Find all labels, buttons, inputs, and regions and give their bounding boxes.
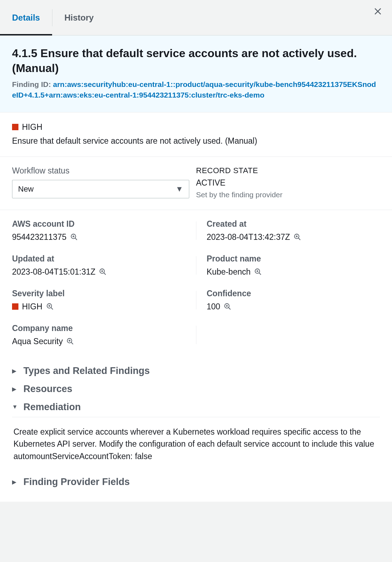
- field-product-name: Product name Kube-bench: [196, 254, 380, 289]
- field-value: 2023-08-04T13:42:37Z: [207, 232, 290, 242]
- caret-down-icon: ▼: [12, 404, 18, 410]
- severity-indicator-icon: [12, 124, 18, 130]
- finding-title: 4.1.5 Ensure that default service accoun…: [12, 46, 380, 76]
- filter-icon[interactable]: [70, 233, 78, 241]
- remediation-text: Create explicit service accounts whereve…: [12, 426, 380, 470]
- field-value: HIGH: [22, 302, 43, 312]
- expander-title: Resources: [23, 384, 72, 395]
- field-label: Created at: [207, 219, 380, 229]
- field-label: Product name: [207, 254, 380, 264]
- filter-icon[interactable]: [254, 268, 262, 276]
- expander-provider-fields: ▶ Finding Provider Fields: [12, 473, 380, 491]
- expander-toggle[interactable]: ▶ Resources: [12, 384, 380, 395]
- severity-level: HIGH: [22, 122, 43, 132]
- record-state-heading: RECORD STATE: [196, 166, 380, 175]
- field-empty: [196, 324, 380, 358]
- fields-block: AWS account ID 954423211375 Created at 2…: [0, 210, 392, 362]
- field-value: 100: [207, 302, 220, 312]
- workflow-status-label: Workflow status: [12, 166, 196, 176]
- tab-bar: Details History: [0, 0, 392, 35]
- field-aws-account-id: AWS account ID 954423211375: [12, 219, 196, 254]
- field-label: Company name: [12, 324, 196, 333]
- workflow-status-select[interactable]: New ▼: [12, 180, 189, 198]
- filter-icon[interactable]: [224, 303, 231, 310]
- caret-right-icon: ▶: [12, 479, 18, 485]
- severity-indicator-icon: [12, 303, 18, 310]
- expander-resources: ▶ Resources: [12, 380, 380, 398]
- finding-id-link[interactable]: arn:aws:securityhub:eu-central-1::produc…: [12, 80, 376, 99]
- expander-title: Finding Provider Fields: [23, 476, 130, 487]
- close-button[interactable]: [373, 6, 383, 18]
- expander-toggle[interactable]: ▶ Finding Provider Fields: [12, 476, 380, 487]
- finding-header: 4.1.5 Ensure that default service accoun…: [0, 35, 392, 112]
- field-label: Severity label: [12, 289, 196, 298]
- expander-title: Remediation: [23, 402, 81, 413]
- tab-history[interactable]: History: [52, 0, 106, 35]
- expanders: ▶ Types and Related Findings ▶ Resources…: [0, 362, 392, 502]
- finding-id-line: Finding ID: arn:aws:securityhub:eu-centr…: [12, 79, 380, 100]
- record-state-sub: Set by the finding provider: [196, 191, 380, 199]
- caret-right-icon: ▶: [12, 368, 18, 374]
- severity-summary: HIGH Ensure that default service account…: [0, 112, 392, 157]
- filter-icon[interactable]: [293, 233, 301, 241]
- field-label: AWS account ID: [12, 219, 196, 229]
- field-company-name: Company name Aqua Security: [12, 324, 196, 358]
- field-confidence: Confidence 100: [196, 289, 380, 324]
- expander-types: ▶ Types and Related Findings: [12, 362, 380, 380]
- finding-id-label: Finding ID:: [12, 80, 53, 88]
- field-created-at: Created at 2023-08-04T13:42:37Z: [196, 219, 380, 254]
- status-row: Workflow status New ▼ RECORD STATE ACTIV…: [0, 157, 392, 210]
- workflow-status-value: New: [18, 184, 34, 194]
- finding-details-panel: Details History 4.1.5 Ensure that defaul…: [0, 0, 392, 502]
- field-updated-at: Updated at 2023-08-04T15:01:31Z: [12, 254, 196, 289]
- expander-toggle[interactable]: ▶ Types and Related Findings: [12, 365, 380, 376]
- field-value: Kube-bench: [207, 267, 251, 277]
- field-value: Aqua Security: [12, 337, 63, 346]
- field-severity-label: Severity label HIGH: [12, 289, 196, 324]
- record-state-value: ACTIVE: [196, 178, 380, 188]
- filter-icon[interactable]: [99, 268, 107, 276]
- expander-remediation: ▼ Remediation Create explicit service ac…: [12, 398, 380, 473]
- field-value: 954423211375: [12, 232, 67, 242]
- close-icon: [373, 6, 383, 16]
- filter-icon[interactable]: [66, 337, 74, 345]
- expander-title: Types and Related Findings: [23, 365, 150, 376]
- filter-icon[interactable]: [46, 303, 54, 310]
- tab-details[interactable]: Details: [0, 0, 52, 35]
- caret-right-icon: ▶: [12, 386, 18, 392]
- field-label: Confidence: [207, 289, 380, 298]
- caret-down-icon: ▼: [175, 184, 183, 194]
- field-label: Updated at: [12, 254, 196, 264]
- expander-toggle[interactable]: ▼ Remediation: [12, 402, 380, 417]
- severity-description: Ensure that default service accounts are…: [12, 136, 380, 146]
- field-value: 2023-08-04T15:01:31Z: [12, 267, 95, 277]
